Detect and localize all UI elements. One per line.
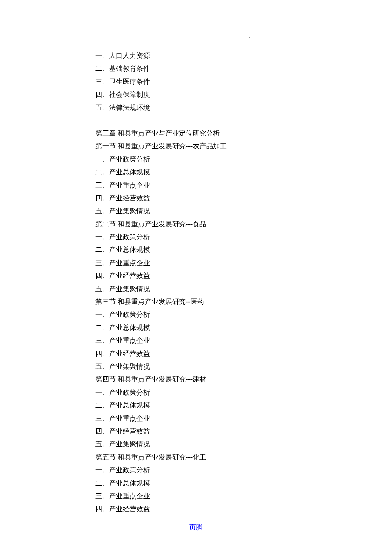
toc-line: 一、产业政策分析 [95, 386, 392, 399]
section-title: 第二节 和县重点产业发展研究---食品 [95, 218, 392, 231]
toc-line: 四、产业经营效益 [95, 269, 392, 282]
toc-line: 三、产业重点企业 [95, 257, 392, 269]
toc-line: 四、产业经营效益 [95, 425, 392, 438]
toc-line: 二、基础教育条件 [95, 62, 392, 75]
toc-line: 二、产业总体规模 [95, 243, 392, 256]
section-title: 第一节 和县重点产业发展研究---农产品加工 [95, 140, 392, 153]
toc-line: 五、产业集聚情况 [95, 360, 392, 373]
toc-line: 一、人口人力资源 [95, 49, 392, 62]
document-page: . 一、人口人力资源 二、基础教育条件 三、卫生医疗条件 四、社会保障制度 五、… [0, 0, 392, 555]
toc-line: 二、产业总体规模 [95, 321, 392, 334]
toc-line: 四、产业经营效益 [95, 503, 392, 515]
section-title: 第五节 和县重点产业发展研究---化工 [95, 451, 392, 464]
toc-line: 五、产业集聚情况 [95, 283, 392, 295]
section-gap [95, 114, 392, 127]
toc-line: 三、产业重点企业 [95, 334, 392, 347]
section-title: 第三节 和县重点产业发展研究--医药 [95, 295, 392, 308]
section-title: 第四节 和县重点产业发展研究---建材 [95, 373, 392, 386]
toc-line: 一、产业政策分析 [95, 231, 392, 243]
header-rule [50, 37, 342, 37]
toc-line: 一、产业政策分析 [95, 153, 392, 166]
toc-line: 三、卫生医疗条件 [95, 75, 392, 88]
toc-line: 一、产业政策分析 [95, 308, 392, 321]
toc-line: 二、产业总体规模 [95, 166, 392, 179]
toc-line: 四、社会保障制度 [95, 88, 392, 101]
toc-line: 五、产业集聚情况 [95, 438, 392, 451]
toc-line: 一、产业政策分析 [95, 464, 392, 477]
toc-line: 三、产业重点企业 [95, 490, 392, 503]
toc-line: 三、产业重点企业 [95, 179, 392, 192]
page-footer: .页脚. [0, 523, 392, 532]
toc-line: 四、产业经营效益 [95, 347, 392, 360]
toc-line: 二、产业总体规模 [95, 477, 392, 490]
toc-line: 五、产业集聚情况 [95, 205, 392, 217]
toc-line: 四、产业经营效益 [95, 192, 392, 205]
toc-line: 三、产业重点企业 [95, 412, 392, 425]
toc-line: 五、法律法规环境 [95, 101, 392, 114]
toc-line: 二、产业总体规模 [95, 399, 392, 412]
document-body: 一、人口人力资源 二、基础教育条件 三、卫生医疗条件 四、社会保障制度 五、法律… [95, 49, 392, 516]
chapter-title: 第三章 和县重点产业与产业定位研究分析 [95, 127, 392, 140]
